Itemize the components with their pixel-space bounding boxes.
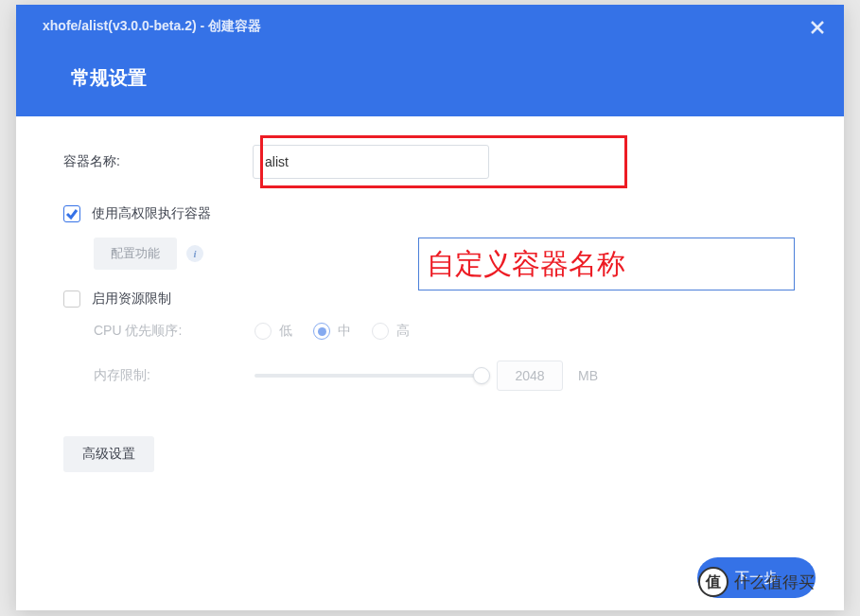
container-name-input[interactable] <box>253 145 489 179</box>
annotation-text: 自定义容器名称 <box>427 245 625 284</box>
cpu-radio-low[interactable] <box>254 323 272 340</box>
next-button-label: 下一步 <box>735 569 778 587</box>
memory-input[interactable] <box>497 361 563 391</box>
breadcrumb: xhofe/alist(v3.0.0-beta.2) - 创建容器 <box>43 18 825 35</box>
resource-settings: CPU 优先顺序: 低 中 高 内存限制: MB <box>94 323 797 391</box>
modal-header: xhofe/alist(v3.0.0-beta.2) - 创建容器 常规设置 <box>16 5 844 116</box>
resource-limit-checkbox[interactable] <box>63 290 80 308</box>
memory-limit-label: 内存限制: <box>94 367 254 384</box>
checkmark-icon <box>65 207 79 220</box>
config-button[interactable]: 配置功能 <box>94 238 177 270</box>
page-title: 常规设置 <box>71 65 825 91</box>
cpu-label-mid: 中 <box>338 323 351 340</box>
resource-limit-row: 启用资源限制 <box>63 290 797 308</box>
modal-body: 容器名称: 使用高权限执行容器 配置功能 i 启用资源限制 CPU 优先顺序: … <box>16 116 844 610</box>
memory-limit-row: 内存限制: MB <box>94 361 797 391</box>
memory-slider-container: MB <box>254 361 598 391</box>
cpu-radio-mid[interactable] <box>313 323 330 340</box>
memory-slider-thumb[interactable] <box>473 367 490 384</box>
container-name-row: 容器名称: <box>63 145 797 179</box>
info-icon[interactable]: i <box>186 245 203 262</box>
cpu-label-low: 低 <box>279 323 292 340</box>
high-privilege-checkbox[interactable] <box>63 205 80 222</box>
high-privilege-label: 使用高权限执行容器 <box>92 205 211 222</box>
next-button[interactable]: 下一步 <box>697 557 816 598</box>
cpu-radio-high[interactable] <box>372 323 389 340</box>
cpu-priority-row: CPU 优先顺序: 低 中 高 <box>94 323 797 340</box>
resource-limit-label: 启用资源限制 <box>92 290 171 308</box>
modal-footer: 下一步 <box>16 544 844 610</box>
container-name-label: 容器名称: <box>63 153 253 170</box>
cpu-label-high: 高 <box>396 323 410 340</box>
create-container-modal: xhofe/alist(v3.0.0-beta.2) - 创建容器 常规设置 容… <box>16 5 844 610</box>
annotation-box: 自定义容器名称 <box>418 238 795 290</box>
cpu-radio-group: 低 中 高 <box>254 323 423 340</box>
cpu-priority-label: CPU 优先顺序: <box>94 323 254 340</box>
close-icon <box>811 21 824 34</box>
high-privilege-row: 使用高权限执行容器 <box>63 205 797 222</box>
close-button[interactable] <box>808 18 827 37</box>
memory-unit: MB <box>578 368 598 383</box>
advanced-settings-button[interactable]: 高级设置 <box>63 436 154 472</box>
memory-slider[interactable] <box>254 374 482 378</box>
